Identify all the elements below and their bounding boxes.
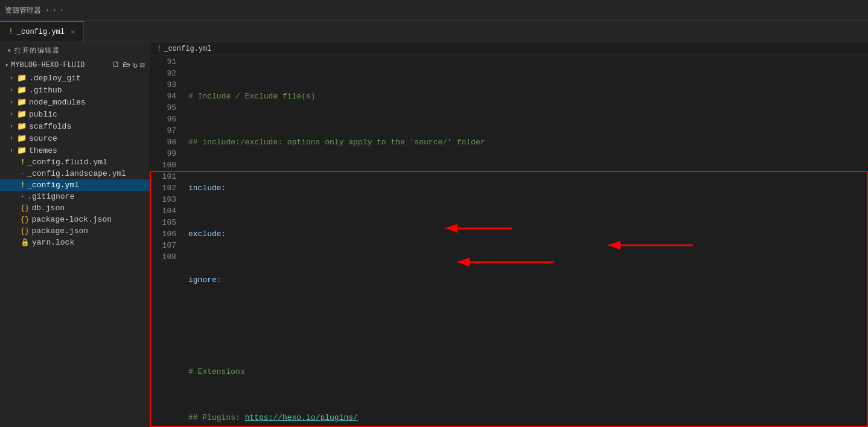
key-95: ignore: [188, 274, 217, 286]
line-number-93: 93: [150, 79, 176, 91]
sidebar-item-gitignore[interactable]: · .gitignore: [0, 191, 150, 202]
project-name: MYBLOG-HEXO-FLUID: [11, 61, 85, 69]
folder-chevron-icon: ›: [10, 135, 13, 142]
title-bar-dots: ···: [45, 5, 66, 16]
sidebar-item-public[interactable]: › 📁 public: [0, 108, 150, 120]
sidebar-item-label: _config.yml: [27, 181, 79, 190]
line-number-106: 106: [150, 228, 176, 240]
sidebar-item-label: .deploy_git: [29, 74, 81, 83]
line-number-101: 101: [150, 171, 176, 182]
code-line-93: include:: [188, 182, 868, 194]
line-number-91: 91: [150, 56, 176, 68]
comment-92: ## include:/exclude: options only apply …: [188, 136, 485, 148]
folder-icon: 📁: [17, 97, 27, 107]
editor-container[interactable]: 91 92 93 94 95 96 97 98 99 100 101 102 1…: [150, 56, 868, 427]
line-number-92: 92: [150, 68, 176, 79]
project-header[interactable]: ▾ MYBLOG-HEXO-FLUID 🗋 🗁 ↻ ⊟: [0, 59, 150, 72]
tab-config-yml[interactable]: ! _config.yml ✕: [0, 21, 84, 42]
refresh-icon[interactable]: ↻: [133, 60, 138, 70]
sidebar-item-label: public: [29, 110, 57, 119]
sidebar-item-label: _config.landscape.yml: [27, 169, 126, 178]
folder-icon: 📁: [17, 133, 27, 143]
yaml-tab-icon: !: [8, 27, 13, 36]
line-number-94: 94: [150, 91, 176, 102]
tab-close-button[interactable]: ✕: [71, 28, 75, 36]
line-number-107: 107: [150, 240, 176, 251]
sidebar-item-deploy-git[interactable]: › 📁 .deploy_git: [0, 72, 150, 84]
folder-icon: 📁: [17, 146, 27, 155]
project-chevron-icon: ▾: [5, 62, 8, 69]
line-number-100: 100: [150, 159, 176, 171]
explorer-label[interactable]: ▾ 打开的编辑器: [0, 42, 150, 59]
comment-98: ## Plugins:: [188, 412, 245, 423]
project-icons: 🗋 🗁 ↻ ⊟: [112, 60, 145, 70]
yaml-icon: !: [21, 181, 25, 190]
key-94: exclude: [188, 228, 222, 240]
line-number-104: 104: [150, 205, 176, 217]
sidebar-item-label: db.json: [31, 204, 65, 213]
json-icon: {}: [21, 216, 29, 224]
yaml-icon: !: [21, 158, 25, 167]
breadcrumb-yaml-icon: !: [157, 45, 161, 53]
sidebar-item-source[interactable]: › 📁 source: [0, 132, 150, 144]
json-icon: {}: [21, 227, 29, 236]
sidebar-item-db-json[interactable]: {} db.json: [0, 202, 150, 214]
folder-icon: 📁: [17, 85, 27, 95]
line-number-97: 97: [150, 125, 176, 136]
code-content[interactable]: # Include / Exclude file(s) ## include:/…: [181, 56, 868, 427]
sidebar-item-config-yml[interactable]: ! _config.yml: [0, 179, 150, 191]
folder-icon: 📁: [17, 121, 27, 131]
folder-chevron-icon: ›: [10, 99, 13, 106]
title-bar: 资源管理器 ···: [0, 0, 868, 21]
sidebar-item-themes[interactable]: › 📁 themes: [0, 144, 150, 156]
sidebar-item-label: package.json: [31, 226, 88, 236]
sidebar-item-yarn-lock[interactable]: 🔒 yarn.lock: [0, 237, 150, 248]
title-bar-label: 资源管理器: [5, 5, 41, 16]
code-line-96: [188, 320, 868, 332]
folder-icon: 📁: [17, 109, 27, 119]
yaml-icon: ·: [21, 170, 25, 178]
key-93: include: [188, 182, 222, 194]
line-number-95: 95: [150, 102, 176, 114]
line-number-99: 99: [150, 148, 176, 159]
file-icon: ·: [21, 193, 25, 201]
code-line-92: ## include:/exclude: options only apply …: [188, 136, 868, 148]
line-number-96: 96: [150, 114, 176, 125]
title-bar-left: 资源管理器 ···: [5, 5, 66, 16]
sidebar: ▾ 打开的编辑器 ▾ MYBLOG-HEXO-FLUID 🗋 🗁 ↻ ⊟ › 📁…: [0, 42, 150, 427]
breadcrumb: ! _config.yml: [150, 42, 868, 56]
link-98[interactable]: https://hexo.io/plugins/: [245, 412, 358, 423]
new-file-icon[interactable]: 🗋: [112, 60, 120, 70]
sidebar-item-package-json[interactable]: {} package.json: [0, 225, 150, 237]
sidebar-item-config-fluid[interactable]: ! _config.fluid.yml: [0, 156, 150, 168]
sidebar-item-node-modules[interactable]: › 📁 node_modules: [0, 96, 150, 108]
line-number-98: 98: [150, 136, 176, 148]
line-number-108: 108: [150, 251, 176, 263]
line-numbers: 91 92 93 94 95 96 97 98 99 100 101 102 1…: [150, 56, 181, 427]
tab-label: _config.yml: [17, 28, 65, 36]
sidebar-item-config-landscape[interactable]: · _config.landscape.yml: [0, 168, 150, 179]
folder-chevron-icon: ›: [10, 147, 13, 154]
sidebar-item-label: scaffolds: [29, 122, 71, 131]
new-folder-icon[interactable]: 🗁: [123, 60, 130, 70]
comment-91: # Include / Exclude file(s): [188, 91, 316, 102]
folder-chevron-icon: ›: [10, 111, 13, 118]
collapse-icon[interactable]: ⊟: [140, 60, 145, 70]
sidebar-item-label: package-lock.json: [31, 215, 112, 224]
sidebar-item-label: node_modules: [29, 98, 86, 107]
folder-icon: 📁: [17, 73, 27, 83]
code-line-97: # Extensions: [188, 366, 868, 377]
sidebar-item-label: themes: [29, 146, 57, 155]
code-line-91: # Include / Exclude file(s): [188, 91, 868, 102]
sidebar-item-package-lock[interactable]: {} package-lock.json: [0, 214, 150, 225]
sidebar-item-scaffolds[interactable]: › 📁 scaffolds: [0, 120, 150, 132]
img-icon: 🔒: [21, 238, 30, 247]
comment-97: # Extensions: [188, 366, 245, 377]
json-icon: {}: [21, 204, 29, 213]
code-line-94: exclude:: [188, 228, 868, 240]
sidebar-item-github[interactable]: › 📁 .github: [0, 84, 150, 96]
code-line-95: ignore:: [188, 274, 868, 286]
line-number-103: 103: [150, 194, 176, 205]
editor-area: ! _config.yml 91 92 93 94 95 96 97 98 99…: [150, 42, 868, 427]
folder-chevron-icon: ›: [10, 87, 13, 94]
